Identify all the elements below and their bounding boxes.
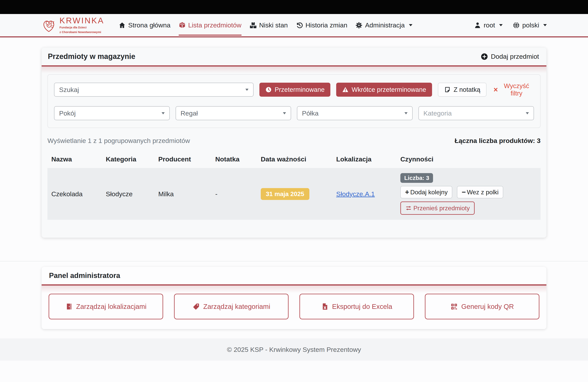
transfer-arrows-icon <box>405 205 412 212</box>
manage-locations-button[interactable]: Zarządzaj lokalizacjami <box>49 294 163 319</box>
nav-item-administracja[interactable]: Administracja <box>356 21 412 29</box>
chevron-down-icon <box>409 24 412 26</box>
warning-triangle-icon <box>342 86 349 93</box>
page-title: Przedmioty w magazynie <box>48 52 135 61</box>
clear-filters-button[interactable]: × Wyczyść filtry <box>492 82 534 97</box>
cell-category: Słodycze <box>102 190 154 198</box>
home-icon <box>119 22 126 29</box>
search-select[interactable]: Szukaj <box>54 83 253 97</box>
excel-file-icon <box>321 303 329 310</box>
showing-count-text: Wyświetlanie 1 z 1 pogrupowanych przedmi… <box>47 137 190 145</box>
cell-expiry: 31 maja 2025 <box>257 188 332 200</box>
export-to-excel-button[interactable]: Eksportuj do Excela <box>299 294 414 319</box>
chevron-down-icon <box>499 24 503 26</box>
chevron-down-icon <box>404 112 408 114</box>
shelf-select[interactable]: Półka <box>297 106 413 120</box>
snail-heart-logo-icon <box>41 18 56 33</box>
column-header-lokalizacja: Lokalizacja <box>332 155 397 163</box>
move-items-button[interactable]: Przenieś przedmioty <box>400 202 475 215</box>
total-products-text: Łączna liczba produktów: 3 <box>455 137 541 145</box>
note-icon <box>444 86 451 93</box>
inventory-card-header: Przedmioty w magazynie Dodaj przedmiot <box>42 48 546 66</box>
chevron-down-icon <box>543 24 547 26</box>
soon-expired-filter-button[interactable]: Wkrótce przeterminowane <box>336 83 432 97</box>
table-row: Czekolada Słodycze Milka - 31 maja 2025 … <box>47 168 541 220</box>
manage-categories-button[interactable]: Zarządzaj kategoriami <box>174 294 289 319</box>
krwinka-logo[interactable]: KRWINKA Fundacja dla Dzieci z Chorobami … <box>41 17 104 34</box>
cell-producer: Milka <box>154 190 211 198</box>
open-box-icon <box>179 22 186 29</box>
expired-filter-button[interactable]: Przeterminowane <box>259 83 331 97</box>
tag-icon <box>192 303 200 310</box>
chevron-down-icon <box>283 112 286 114</box>
navbar: KRWINKA Fundacja dla Dzieci z Chorobami … <box>0 14 588 37</box>
history-icon <box>296 22 303 29</box>
add-item-button[interactable]: Dodaj przedmiot <box>480 53 540 61</box>
search-placeholder: Szukaj <box>59 86 79 94</box>
column-header-czynnosci: Czynności <box>397 155 541 163</box>
admin-panel-header: Panel administratora <box>42 267 546 286</box>
boxes-icon <box>250 22 257 29</box>
admin-buttons-row: Zarządzaj lokalizacjami Zarządzaj katego… <box>42 286 546 329</box>
items-table: Nazwa Kategoria Producent Notatka Data w… <box>47 151 541 220</box>
filters-panel: Szukaj Przeterminowane W <box>47 74 541 128</box>
nav-item-niski-stan[interactable]: Niski stan <box>250 21 288 29</box>
language-menu[interactable]: polski <box>513 21 547 29</box>
nav-links: Strona główna Lista przedmiotów Niski st… <box>119 21 412 29</box>
chevron-down-icon <box>245 89 249 91</box>
door-icon <box>65 303 73 310</box>
x-icon: × <box>494 86 498 93</box>
navbar-right: root polski <box>474 21 547 29</box>
plus-icon: + <box>405 189 409 196</box>
qr-code-icon <box>450 303 458 310</box>
main-content: Przedmioty w magazynie Dodaj przedmiot S… <box>0 37 588 329</box>
inventory-card: Przedmioty w magazynie Dodaj przedmiot S… <box>42 48 546 238</box>
take-from-shelf-button[interactable]: − Wez z polki <box>457 186 503 198</box>
copyright-text: © 2025 KSP - Krwinkowy System Prezentowy <box>227 346 361 353</box>
admin-panel-title: Panel administratora <box>49 272 539 280</box>
section-divider <box>0 261 588 261</box>
globe-icon <box>513 22 520 29</box>
plus-circle-icon <box>481 53 488 60</box>
chevron-down-icon <box>162 112 165 114</box>
generate-qr-codes-button[interactable]: Generuj kody QR <box>425 294 539 319</box>
top-black-bar <box>0 0 588 14</box>
room-select[interactable]: Pokój <box>54 106 170 120</box>
column-header-nazwa: Nazwa <box>47 155 102 163</box>
nav-item-lista-przedmiotow[interactable]: Lista przedmiotów <box>179 21 242 29</box>
category-select[interactable]: Kategoria <box>419 106 534 120</box>
brand-subtitle-line1: Fundacja dla Dzieci <box>60 25 104 29</box>
rack-select[interactable]: Regał <box>176 106 291 120</box>
cell-location: Słodycze.A.1 <box>332 190 397 198</box>
gear-icon <box>356 22 362 29</box>
admin-panel-card: Panel administratora Zarządzaj lokalizac… <box>42 267 546 329</box>
clock-icon <box>265 86 272 93</box>
user-menu[interactable]: root <box>474 21 503 29</box>
table-header-row: Nazwa Kategoria Producent Notatka Data w… <box>47 151 541 167</box>
count-badge: Liczba: 3 <box>400 173 433 183</box>
location-link[interactable]: Słodycze.A.1 <box>336 190 375 198</box>
cell-note: - <box>211 190 257 198</box>
with-note-filter-button[interactable]: Z notatką <box>438 83 487 97</box>
brand-subtitle-line2: z Chorobami Nowotworowymi <box>60 30 104 34</box>
nav-item-historia-zmian[interactable]: Historia zmian <box>296 21 347 29</box>
column-header-producent: Producent <box>154 155 211 163</box>
brand-title: KRWINKA <box>60 17 104 25</box>
column-header-data-waznosci: Data ważności <box>257 155 332 163</box>
chevron-down-icon <box>526 112 529 114</box>
expiry-date-badge: 31 maja 2025 <box>261 188 309 200</box>
column-header-kategoria: Kategoria <box>102 155 154 163</box>
cell-actions: Liczba: 3 + Dodaj kolejny − Wez z polki <box>397 168 541 220</box>
column-header-notatka: Notatka <box>211 155 257 163</box>
minus-icon: − <box>462 189 466 196</box>
nav-item-strona-glowna[interactable]: Strona główna <box>119 21 170 29</box>
results-summary: Wyświetlanie 1 z 1 pogrupowanych przedmi… <box>47 137 541 145</box>
cell-name: Czekolada <box>47 190 102 198</box>
person-icon <box>474 22 481 29</box>
add-another-button[interactable]: + Dodaj kolejny <box>400 186 452 198</box>
page-footer: © 2025 KSP - Krwinkowy System Prezentowy <box>0 339 588 361</box>
